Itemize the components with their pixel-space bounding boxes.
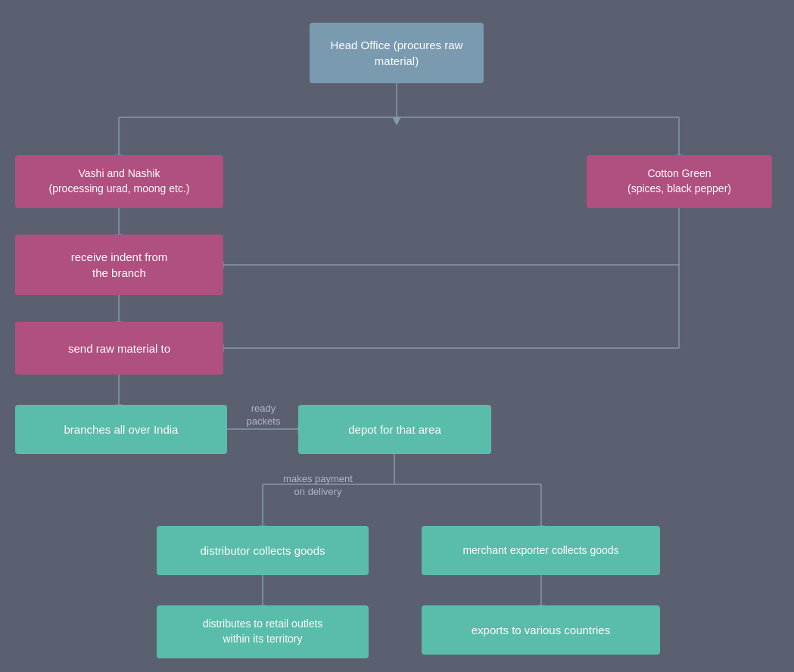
cotton-green-box: Cotton Green(spices, black pepper) bbox=[587, 155, 772, 208]
depot-box: depot for that area bbox=[298, 405, 491, 454]
diagram: Head Office (procures raw material) Vash… bbox=[0, 0, 794, 672]
receive-indent-box: receive indent fromthe branch bbox=[15, 235, 223, 295]
merchant-exporter-box: merchant exporter collects goods bbox=[422, 526, 660, 575]
svg-marker-31 bbox=[393, 117, 400, 125]
head-office-box: Head Office (procures raw material) bbox=[310, 23, 484, 83]
exports-box: exports to various countries bbox=[422, 605, 660, 655]
makes-payment-label: makes paymenton delivery bbox=[261, 473, 375, 499]
distributor-box: distributor collects goods bbox=[157, 526, 369, 575]
distributes-retail-box: distributes to retail outletswithin its … bbox=[157, 605, 369, 658]
send-raw-material-box: send raw material to bbox=[15, 322, 223, 375]
vashi-nashik-box: Vashi and Nashik(processing urad, moong … bbox=[15, 155, 223, 208]
ready-packets-label: readypackets bbox=[233, 403, 294, 428]
branches-box: branches all over India bbox=[15, 405, 227, 454]
